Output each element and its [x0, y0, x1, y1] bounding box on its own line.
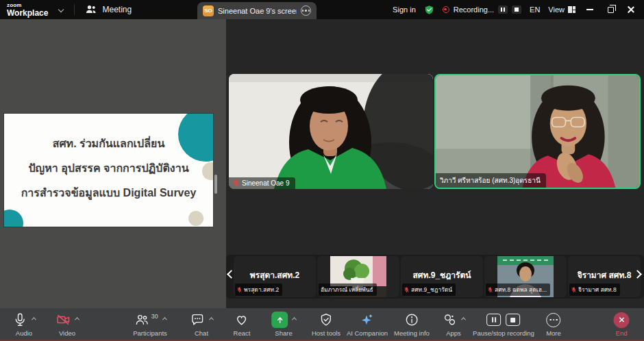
meeting-tab-label: Meeting: [102, 5, 132, 14]
minimize-button[interactable]: [584, 3, 596, 16]
webcam-video: [229, 74, 433, 189]
chevron-down-icon[interactable]: [58, 7, 64, 12]
slide-line-1: สศท. ร่วมกันแลกเปลี่ยน: [53, 131, 165, 156]
tile-name: อัมภาภรณ์ เหลี่ยพันธ์: [321, 285, 373, 294]
zoom-workplace-logo: zoom Workplace: [7, 3, 48, 17]
pause-recording-button[interactable]: [498, 5, 508, 14]
video-tile-active-speaker[interactable]: วิภาวี ศรีหาสร้อย (สศท.3)อุดรธานี: [434, 74, 641, 189]
more-icon: [547, 313, 561, 327]
apps-options-chevron[interactable]: [461, 318, 465, 322]
video-options-chevron[interactable]: [75, 318, 79, 322]
participants-button[interactable]: 30 Participants: [133, 312, 167, 337]
tile-name: พรสุดา.สศท.2: [244, 285, 279, 294]
language-button[interactable]: EN: [530, 5, 540, 14]
end-meeting-button[interactable]: End: [614, 312, 630, 337]
meeting-info-label: Meeting info: [394, 329, 430, 337]
meeting-toolbar: Audio Video 30 Participants Chat: [0, 308, 644, 341]
tile-name-tag: พรสุดา.สศท.2: [235, 283, 282, 296]
participant-name-tag: Sineenat Oae 9: [229, 177, 295, 189]
audio-options-chevron[interactable]: [32, 318, 36, 322]
slide-line-2: ปัญหา อุปสรรค จากการปฏิบัติงาน: [28, 156, 188, 181]
title-bar: zoom Workplace Meeting SO Sineenat Oae 9…: [0, 0, 644, 19]
shield-icon: [319, 312, 334, 327]
react-button[interactable]: React: [234, 312, 251, 337]
shared-screen-tab-label: Sineenat Oae 9's screen: [218, 7, 297, 15]
end-label: End: [616, 329, 628, 337]
info-icon: [404, 312, 419, 327]
video-tile-sineenat[interactable]: Sineenat Oae 9: [229, 74, 433, 189]
ellipsis-icon: [302, 10, 310, 11]
participants-label: Participants: [133, 329, 167, 337]
tile-name: สศท.9_ชฎารัตน์: [411, 285, 452, 294]
chat-icon: [190, 312, 205, 327]
avatar: SO: [203, 5, 214, 16]
stop-recording-button[interactable]: [512, 5, 521, 14]
muted-mic-icon: [488, 287, 493, 293]
presentation-slide: สศท. ร่วมกันแลกเปลี่ยน ปัญหา อุปสรรค จาก…: [4, 114, 213, 227]
people-icon: [84, 3, 98, 16]
participant-name: Sineenat Oae 9: [242, 179, 290, 187]
tile-name: สศท.8 ฉตพล สุดเฮ...: [495, 285, 547, 294]
audio-label: Audio: [16, 329, 32, 337]
filmstrip-next-button[interactable]: [634, 271, 641, 277]
webcam-video: [436, 75, 639, 188]
filmstrip-tile[interactable]: อัมภาภรณ์ เหลี่ยพันธ์: [317, 256, 399, 297]
slide-line-3: การสำรวจข้อมูลแบบ Digital Survey: [21, 181, 197, 205]
apps-button[interactable]: Apps: [442, 312, 465, 337]
scrollbar-thumb[interactable]: [214, 175, 217, 194]
tab-meeting[interactable]: Meeting: [84, 3, 132, 16]
participants-count: 30: [151, 313, 158, 320]
pause-recording-icon[interactable]: [487, 314, 501, 326]
muted-mic-icon: [237, 287, 242, 293]
audio-button[interactable]: Audio: [12, 312, 36, 337]
slide-title-text: สศท. ร่วมกันแลกเปลี่ยน ปัญหา อุปสรรค จาก…: [4, 114, 213, 227]
chevron-right-icon: [633, 270, 642, 279]
zoom-meeting-window: zoom Workplace Meeting SO Sineenat Oae 9…: [0, 0, 644, 341]
chat-label: Chat: [195, 329, 208, 337]
more-label: More: [546, 329, 561, 337]
view-button[interactable]: View: [548, 5, 575, 14]
participant-name-tag: วิภาวี ศรีหาสร้อย (สศท.3)อุดรธานี: [436, 173, 546, 188]
chat-button[interactable]: Chat: [190, 312, 213, 337]
video-off-icon: [55, 312, 71, 327]
meeting-info-button[interactable]: Meeting info: [394, 312, 430, 337]
restore-button[interactable]: [604, 3, 617, 16]
filmstrip-tile[interactable]: พรสุดา.สศท.2 พรสุดา.สศท.2: [234, 256, 316, 297]
sign-in-button[interactable]: Sign in: [393, 5, 416, 14]
filmstrip-tile[interactable]: สศท.9_ชฎารัตน์ สศท.9_ชฎารัตน์: [401, 256, 483, 297]
participants-icon: [134, 312, 149, 327]
tile-name-tag: สศท.9_ชฎารัตน์: [402, 283, 456, 296]
divider: [74, 4, 75, 15]
security-shield-icon[interactable]: [424, 5, 434, 15]
tile-name-tag: อัมภาภรณ์ เหลี่ยพันธ์: [319, 283, 377, 296]
filmstrip-tile[interactable]: สศท.8 ฉตพล สุดเฮ...: [484, 256, 567, 297]
muted-mic-icon: [571, 287, 576, 293]
host-tools-label: Host tools: [312, 329, 340, 337]
share-button[interactable]: Share: [271, 312, 296, 337]
participants-filmstrip: พรสุดา.สศท.2 พรสุดา.สศท.2: [226, 255, 644, 299]
pause-stop-label: Pause/stop recording: [473, 329, 534, 337]
video-label: Video: [59, 329, 75, 337]
filmstrip-tile[interactable]: จิรามาศ สศท.8 จิรามาศ สศท.8: [568, 256, 641, 297]
more-button[interactable]: More: [546, 312, 561, 337]
participants-options-chevron[interactable]: [162, 318, 166, 322]
close-icon: [628, 6, 634, 13]
host-tools-button[interactable]: Host tools: [312, 312, 340, 337]
tab-options-button[interactable]: [301, 5, 311, 16]
video-button[interactable]: Video: [55, 312, 79, 337]
pause-stop-recording-button[interactable]: Pause/stop recording: [473, 312, 534, 337]
chat-options-chevron[interactable]: [209, 318, 213, 322]
view-label: View: [548, 5, 565, 14]
title-bar-right: Sign in Recording... EN View: [393, 0, 637, 19]
stop-recording-icon[interactable]: [506, 314, 521, 326]
muted-mic-icon: [404, 287, 409, 293]
ai-companion-button[interactable]: AI Companion: [347, 312, 388, 337]
ai-sparkle-icon: [360, 312, 375, 327]
close-button[interactable]: [625, 3, 637, 16]
minimize-icon: [586, 9, 593, 10]
tile-name-tag: จิรามาศ สศท.8: [569, 283, 620, 296]
video-stage: Sineenat Oae 9: [226, 19, 644, 308]
tab-shared-screen[interactable]: SO Sineenat Oae 9's screen: [197, 2, 317, 19]
share-options-chevron[interactable]: [292, 318, 296, 322]
recording-label: Recording...: [454, 5, 494, 14]
